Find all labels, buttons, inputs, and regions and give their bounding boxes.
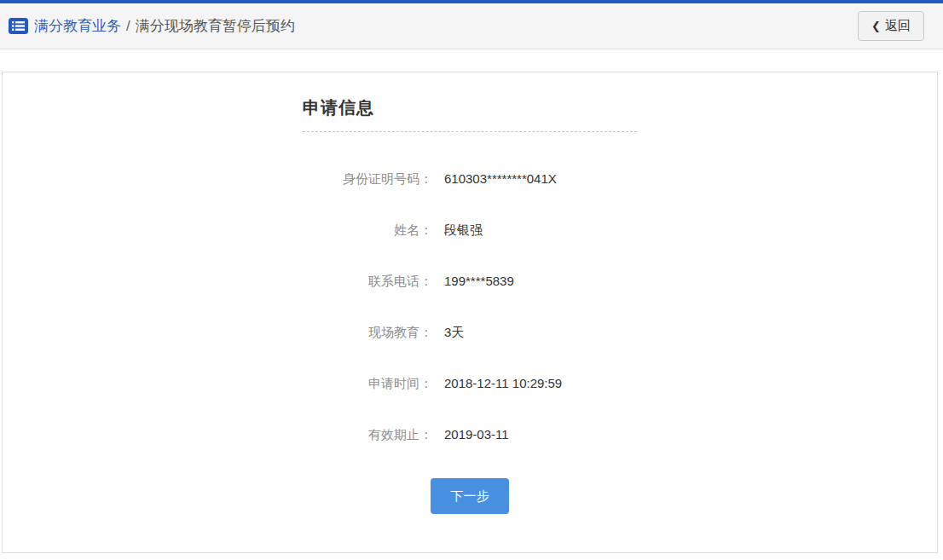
- field-value: 段银强: [444, 222, 483, 238]
- field-value: 2019-03-11: [444, 427, 509, 442]
- field-row-name: 姓名： 段银强: [303, 222, 637, 238]
- field-row-valid-until: 有效期止： 2019-03-11: [303, 427, 637, 442]
- list-icon: [9, 18, 28, 34]
- back-button-label: 返回: [885, 18, 911, 34]
- field-label: 有效期止：: [303, 427, 432, 442]
- field-label: 联系电话：: [303, 274, 432, 289]
- page-header: 满分教育业务 / 满分现场教育暂停后预约 ❮ 返回: [0, 3, 943, 49]
- chevron-left-icon: ❮: [871, 20, 881, 32]
- field-value: 3天: [444, 325, 464, 340]
- back-button[interactable]: ❮ 返回: [858, 11, 924, 41]
- breadcrumb: 满分教育业务 / 满分现场教育暂停后预约: [9, 16, 295, 36]
- field-label: 姓名：: [303, 222, 432, 238]
- content-card: 申请信息 身份证明号码： 610303********041X 姓名： 段银强 …: [2, 72, 938, 553]
- field-value: 610303********041X: [444, 171, 557, 187]
- field-value: 199****5839: [444, 274, 514, 289]
- breadcrumb-current: 满分现场教育暂停后预约: [136, 16, 295, 36]
- section-title: 申请信息: [303, 96, 637, 132]
- application-info-form: 身份证明号码： 610303********041X 姓名： 段银强 联系电话：…: [303, 171, 637, 442]
- field-label: 身份证明号码：: [303, 171, 432, 187]
- field-row-apply-time: 申请时间： 2018-12-11 10:29:59: [303, 376, 637, 391]
- field-label: 现场教育：: [303, 325, 432, 340]
- field-value: 2018-12-11 10:29:59: [444, 376, 562, 391]
- button-row: 下一步: [303, 478, 637, 514]
- next-step-button[interactable]: 下一步: [431, 478, 509, 514]
- field-row-onsite-education: 现场教育： 3天: [303, 325, 637, 340]
- breadcrumb-root-link[interactable]: 满分教育业务: [34, 16, 121, 36]
- breadcrumb-separator: /: [126, 18, 130, 35]
- application-info-section: 申请信息 身份证明号码： 610303********041X 姓名： 段银强 …: [303, 72, 637, 514]
- field-row-id-number: 身份证明号码： 610303********041X: [303, 171, 637, 187]
- field-label: 申请时间：: [303, 376, 432, 391]
- field-row-phone: 联系电话： 199****5839: [303, 274, 637, 289]
